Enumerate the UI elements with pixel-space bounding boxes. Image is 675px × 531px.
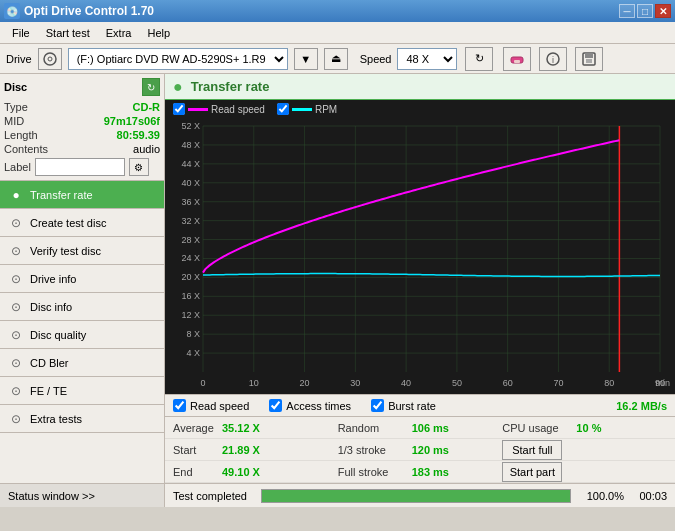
sidebar-item-extra-tests[interactable]: ⊙ Extra tests <box>0 405 164 433</box>
minimize-button[interactable]: ─ <box>619 4 635 18</box>
sidebar-item-label-verify: Verify test disc <box>30 245 101 257</box>
transfer-rate-header: ● Transfer rate <box>165 74 675 100</box>
speed-refresh-btn[interactable]: ↻ <box>465 47 493 71</box>
drive-label: Drive <box>6 53 32 65</box>
stat-fullstroke: Full stroke 183 ms <box>338 466 503 478</box>
sidebar-item-verify-test-disc[interactable]: ⊙ Verify test disc <box>0 237 164 265</box>
app-title: Opti Drive Control 1.70 <box>24 4 154 18</box>
stat-start-value: 21.89 X <box>222 444 272 456</box>
drive-select[interactable]: (F:) Optiarc DVD RW AD-5290S+ 1.R9 <box>68 48 288 70</box>
start-part-button[interactable]: Start part <box>502 462 562 482</box>
sidebar-item-cd-bler[interactable]: ⊙ CD Bler <box>0 349 164 377</box>
title-bar-buttons: ─ □ ✕ <box>619 4 671 18</box>
check-access-times-input[interactable] <box>269 399 282 412</box>
sidebar-item-create-test-disc[interactable]: ⊙ Create test disc <box>0 209 164 237</box>
drive-refresh-btn[interactable]: ▼ <box>294 48 318 70</box>
menu-help[interactable]: Help <box>139 25 178 41</box>
stat-average: Average 35.12 X <box>173 422 338 434</box>
disc-type-label: Type <box>4 101 28 113</box>
verify-test-disc-icon: ⊙ <box>8 243 24 259</box>
svg-rect-7 <box>585 53 593 58</box>
burst-value: 16.2 MB/s <box>616 400 667 412</box>
stat-fullstroke-label: Full stroke <box>338 466 408 478</box>
disc-contents-label: Contents <box>4 143 48 155</box>
legend-read-speed-checkbox[interactable] <box>173 103 185 115</box>
sidebar-item-fe-te[interactable]: ⊙ FE / TE <box>0 377 164 405</box>
disc-mid-label: MID <box>4 115 24 127</box>
legend-read-speed: Read speed <box>173 103 265 115</box>
svg-point-1 <box>48 57 52 61</box>
stat-stroke1-label: 1/3 stroke <box>338 444 408 456</box>
chart-legend: Read speed RPM <box>165 100 675 118</box>
legend-rpm-check: RPM <box>277 103 337 115</box>
check-burst-rate-input[interactable] <box>371 399 384 412</box>
sidebar-item-label-transfer-rate: Transfer rate <box>30 189 93 201</box>
disc-label-input[interactable] <box>35 158 125 176</box>
disc-title: Disc <box>4 81 27 93</box>
drive-icon-btn[interactable] <box>38 48 62 70</box>
disc-quality-icon: ⊙ <box>8 327 24 343</box>
legend-rpm-label: RPM <box>315 104 337 115</box>
close-button[interactable]: ✕ <box>655 4 671 18</box>
sidebar-item-transfer-rate[interactable]: ● Transfer rate <box>0 181 164 209</box>
stat-cpu-label: CPU usage <box>502 422 572 434</box>
checks-row: Read speed Access times Burst rate 16.2 … <box>165 394 675 416</box>
menu-start-test[interactable]: Start test <box>38 25 98 41</box>
burst-info: 16.2 MB/s <box>616 400 667 412</box>
stats-row-1: Average 35.12 X Random 106 ms CPU usage … <box>165 417 675 439</box>
stat-end-label: End <box>173 466 218 478</box>
chart-canvas <box>165 118 675 394</box>
drive-eject-btn[interactable]: ⏏ <box>324 48 348 70</box>
drive-info-icon: ⊙ <box>8 271 24 287</box>
maximize-button[interactable]: □ <box>637 4 653 18</box>
sidebar-item-disc-quality[interactable]: ⊙ Disc quality <box>0 321 164 349</box>
disc-type-value: CD-R <box>133 101 161 113</box>
legend-rpm-checkbox[interactable] <box>277 103 289 115</box>
check-read-speed-input[interactable] <box>173 399 186 412</box>
transfer-rate-header-icon: ● <box>173 78 183 96</box>
stat-random-label: Random <box>338 422 408 434</box>
main-area: Disc ↻ Type CD-R MID 97m17s06f Length 80… <box>0 74 675 507</box>
sidebar-item-label-extra-tests: Extra tests <box>30 413 82 425</box>
check-read-speed-label: Read speed <box>190 400 249 412</box>
svg-rect-3 <box>514 60 520 63</box>
disc-label-row: Label ⚙ <box>4 158 160 176</box>
legend-rpm: RPM <box>277 103 337 115</box>
menu-extra[interactable]: Extra <box>98 25 140 41</box>
stat-cpu-value: 10 % <box>576 422 616 434</box>
stats-area: Average 35.12 X Random 106 ms CPU usage … <box>165 416 675 483</box>
start-full-button[interactable]: Start full <box>502 440 562 460</box>
speed-label: Speed <box>360 53 392 65</box>
erase-btn[interactable] <box>503 47 531 71</box>
legend-cyan-line <box>292 108 312 111</box>
menu-file[interactable]: File <box>4 25 38 41</box>
transfer-rate-title: Transfer rate <box>191 79 270 94</box>
disc-label-btn[interactable]: ⚙ <box>129 158 149 176</box>
sidebar-item-drive-info[interactable]: ⊙ Drive info <box>0 265 164 293</box>
disc-length-value: 80:59.39 <box>117 129 160 141</box>
progress-bar-inner <box>262 490 570 502</box>
sidebar-item-label-create: Create test disc <box>30 217 106 229</box>
content-area: ● Transfer rate Read speed RPM <box>165 74 675 507</box>
disc-type-row: Type CD-R <box>4 100 160 114</box>
title-bar: 💿 Opti Drive Control 1.70 ─ □ ✕ <box>0 0 675 22</box>
stat-start: Start 21.89 X <box>173 444 338 456</box>
disc-refresh-btn[interactable]: ↻ <box>142 78 160 96</box>
sidebar-item-disc-info[interactable]: ⊙ Disc info <box>0 293 164 321</box>
disc-header: Disc ↻ <box>4 78 160 96</box>
sidebar-item-label-fe-te: FE / TE <box>30 385 67 397</box>
fe-te-icon: ⊙ <box>8 383 24 399</box>
stat-random: Random 106 ms <box>338 422 503 434</box>
drive-bar: Drive (F:) Optiarc DVD RW AD-5290S+ 1.R9… <box>0 44 675 74</box>
info-btn[interactable]: i <box>539 47 567 71</box>
status-window-btn[interactable]: Status window >> <box>0 483 164 507</box>
legend-magenta-line <box>188 108 208 111</box>
speed-select[interactable]: 48 X <box>397 48 457 70</box>
save-btn[interactable] <box>575 47 603 71</box>
disc-mid-row: MID 97m17s06f <box>4 114 160 128</box>
svg-rect-8 <box>586 59 592 63</box>
stat-average-value: 35.12 X <box>222 422 272 434</box>
create-test-disc-icon: ⊙ <box>8 215 24 231</box>
stat-start-label: Start <box>173 444 218 456</box>
stat-stroke1-value: 120 ms <box>412 444 457 456</box>
